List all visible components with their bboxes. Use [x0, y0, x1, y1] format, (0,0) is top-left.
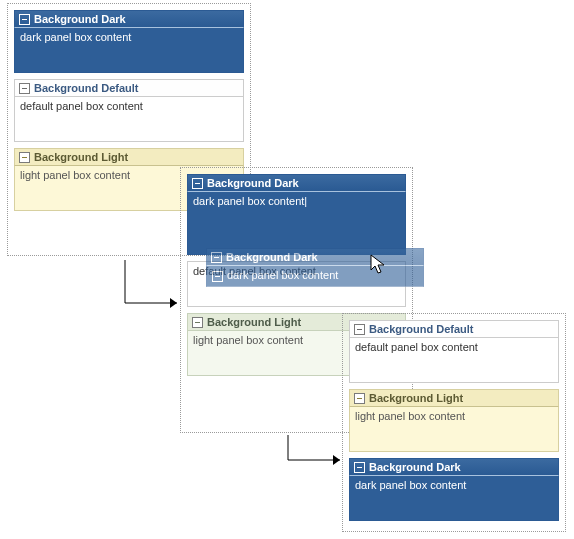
panel-title: Background Dark: [34, 13, 126, 25]
panel-default[interactable]: Background Default default panel box con…: [14, 79, 244, 142]
panel-body-dark: dark panel box content: [349, 476, 559, 521]
panel-dark[interactable]: Background Dark dark panel box content|: [187, 174, 406, 255]
panel-body-dark: dark panel box content: [14, 28, 244, 73]
panel-header-default[interactable]: Background Default: [349, 320, 559, 338]
panel-header-dark[interactable]: Background Dark: [187, 174, 406, 192]
panel-body-default: default panel box content: [14, 97, 244, 142]
panel-header-dark[interactable]: Background Dark: [14, 10, 244, 28]
collapse-icon[interactable]: [354, 324, 365, 335]
collapse-icon[interactable]: [354, 393, 365, 404]
panel-default[interactable]: default panel box content: [187, 261, 406, 307]
panel-default[interactable]: Background Default default panel box con…: [349, 320, 559, 383]
panel-body-dark: dark panel box content|: [187, 192, 406, 255]
collapse-icon[interactable]: [19, 152, 30, 163]
frame-3: Background Default default panel box con…: [342, 313, 566, 532]
panel-body-light: light panel box content: [349, 407, 559, 452]
collapse-icon[interactable]: [19, 83, 30, 94]
collapse-icon[interactable]: [192, 178, 203, 189]
panel-title: Background Light: [207, 316, 301, 328]
panel-title: Background Light: [369, 392, 463, 404]
panel-title: Background Default: [34, 82, 139, 94]
panel-header-default[interactable]: Background Default: [14, 79, 244, 97]
panel-body-default: default panel box content: [187, 261, 406, 307]
flow-arrow-2: [278, 433, 356, 475]
panel-header-dark[interactable]: Background Dark: [349, 458, 559, 476]
collapse-icon[interactable]: [192, 317, 203, 328]
panel-title: Background Light: [34, 151, 128, 163]
collapse-icon[interactable]: [19, 14, 30, 25]
flow-arrow-1: [115, 258, 193, 318]
panel-dark[interactable]: Background Dark dark panel box content: [349, 458, 559, 521]
panel-body-default: default panel box content: [349, 338, 559, 383]
panel-header-light[interactable]: Background Light: [349, 389, 559, 407]
panel-dark[interactable]: Background Dark dark panel box content: [14, 10, 244, 73]
panel-title: Background Dark: [207, 177, 299, 189]
panel-light[interactable]: Background Light light panel box content: [349, 389, 559, 452]
panel-title: Background Default: [369, 323, 474, 335]
panel-title: Background Dark: [369, 461, 461, 473]
panel-header-light[interactable]: Background Light: [14, 148, 244, 166]
